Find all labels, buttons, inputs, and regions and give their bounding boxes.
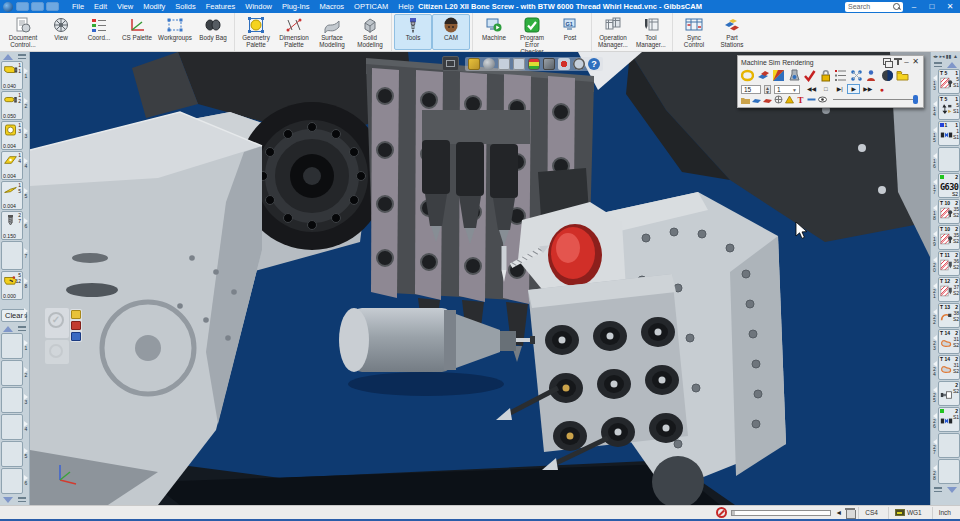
tool-slot-tab[interactable]: 6 — [23, 211, 29, 240]
lock-spindles-icon[interactable] — [819, 69, 832, 82]
utility-sl-tab[interactable]: 5 — [23, 441, 29, 467]
pin-icon[interactable] — [893, 58, 902, 66]
utility-slot-empty[interactable] — [1, 333, 23, 359]
utility-slot-empty[interactable] — [1, 414, 23, 440]
tool-slot-1[interactable]: 110.040 — [1, 61, 23, 90]
collapse-handle-icon[interactable] — [18, 497, 26, 502]
display-style-icon[interactable] — [483, 58, 495, 70]
operation-slot-26[interactable]: 2S1 — [938, 407, 960, 432]
float-window-icon[interactable] — [882, 58, 891, 66]
toolbar-document-control-button[interactable]: Document Control... — [4, 14, 42, 50]
menu-plugins[interactable]: Plug-Ins — [277, 0, 315, 13]
tool-slot-tab[interactable]: 8 — [23, 271, 29, 300]
operation-slot-empty[interactable] — [938, 147, 960, 172]
collapse-handle-icon[interactable] — [934, 62, 942, 67]
tool-slot-empty[interactable] — [1, 241, 23, 270]
op-sequence-icon[interactable] — [834, 69, 847, 82]
tool-slot-tab[interactable]: 2 — [23, 91, 29, 120]
operation-slot-23[interactable]: T 14231S2 — [938, 329, 960, 354]
menu-features[interactable]: Features — [201, 0, 241, 13]
menu-opticam[interactable]: OPTICAM — [349, 0, 393, 13]
operation-slot-18[interactable]: T 10235S2 — [938, 199, 960, 224]
toolbar-solid-modeling-button[interactable]: Solid Modeling — [351, 14, 389, 50]
scroll-up-icon[interactable] — [947, 62, 957, 68]
open-folder-icon[interactable] — [896, 69, 909, 82]
toolbar-geometry-palette-button[interactable]: Geometry Palette — [237, 14, 275, 50]
part-red-icon[interactable] — [71, 321, 81, 330]
sim-stream-select[interactable]: 1▼ — [774, 85, 800, 94]
tool-slot-3[interactable]: 130.004 — [1, 121, 23, 150]
operation-tab[interactable]: 15 — [931, 121, 938, 146]
radius-ring-icon[interactable] — [49, 344, 63, 358]
units-indicator[interactable]: Inch — [932, 507, 957, 519]
toolbar-workgroups-button[interactable]: Workgroups — [156, 14, 194, 50]
stop-button[interactable]: □ — [819, 84, 832, 94]
status-lights-icon[interactable] — [528, 58, 540, 70]
toolbar-coord-button[interactable]: Coord... — [80, 14, 118, 50]
tool-slot-2[interactable]: 120.050 — [1, 91, 23, 120]
minimize-button[interactable]: – — [907, 0, 921, 13]
save-stock-icon[interactable] — [741, 95, 750, 104]
save-button[interactable] — [16, 2, 29, 11]
insert-marker-icon[interactable]: ◄ — [835, 508, 842, 518]
cs-indicator[interactable]: CS4 — [858, 507, 884, 519]
tool-display-icon[interactable] — [881, 69, 894, 82]
fixtures-toggle-icon[interactable] — [513, 58, 525, 70]
go-to-start-button[interactable]: ◀◀ — [805, 84, 818, 94]
operation-tab[interactable]: 24 — [931, 355, 938, 380]
sim-minimize-button[interactable]: – — [902, 58, 911, 66]
sim-speed-input[interactable]: 15 — [741, 85, 761, 94]
operation-tab[interactable]: 21 — [931, 277, 938, 302]
render-mode-icon[interactable] — [741, 69, 754, 82]
operation-tab[interactable]: 22 — [931, 303, 938, 328]
operation-slot-15[interactable]: T 111S1 — [938, 121, 960, 146]
record-button[interactable]: ● — [875, 84, 888, 94]
toolbar-view-button[interactable]: View — [42, 14, 80, 50]
operation-slot-24[interactable]: T 14231S2 — [938, 355, 960, 380]
toolbar-part-stations-button[interactable]: Part Stations — [713, 14, 751, 50]
menu-help[interactable]: Help — [393, 0, 418, 13]
operation-slot-20[interactable]: T 11236S2 — [938, 251, 960, 276]
scroll-up-icon[interactable] — [3, 326, 13, 332]
scroll-up-icon[interactable] — [3, 54, 13, 60]
tool-slot-tab[interactable]: 7 — [23, 241, 29, 270]
undo-button[interactable] — [31, 2, 44, 11]
text-labels-icon[interactable]: T — [796, 95, 805, 104]
scroll-down-icon[interactable] — [3, 497, 13, 503]
display-colors-icon[interactable] — [772, 69, 785, 82]
stock-toggle-icon[interactable] — [498, 58, 510, 70]
operation-tab[interactable]: 27 — [931, 433, 938, 458]
menu-solids[interactable]: Solids — [170, 0, 200, 13]
operation-tab[interactable]: 28 — [931, 459, 938, 484]
stock-compare-icon[interactable] — [774, 95, 783, 104]
machine-sim-viewport[interactable]: ? ✓ — [30, 52, 930, 505]
operation-slot-empty[interactable] — [938, 433, 960, 458]
part-blue-icon[interactable] — [752, 95, 761, 104]
menu-modify[interactable]: Modify — [138, 0, 170, 13]
axes-triangle-icon[interactable] — [785, 95, 794, 104]
sim-speed-spinner[interactable]: ▲▼ — [764, 85, 771, 94]
zoom-tool-icon[interactable] — [573, 58, 585, 70]
close-button[interactable]: ✕ — [943, 0, 957, 13]
collapse-handle-icon[interactable] — [18, 326, 26, 331]
dock-left-icon[interactable]: ◂▸ — [933, 52, 938, 60]
machine-parts-icon[interactable] — [543, 58, 555, 70]
operation-tab[interactable]: 18 — [931, 199, 938, 224]
toolbar-surface-modeling-button[interactable]: Surface Modeling — [313, 14, 351, 50]
operation-slot-19[interactable]: T 10235S2 — [938, 225, 960, 250]
confirm-check-icon[interactable]: ✓ — [48, 312, 64, 328]
toolbar-sync-control-button[interactable]: Sync Control — [675, 14, 713, 50]
utility-slot-empty[interactable] — [1, 441, 23, 467]
workgroup-indicator[interactable]: WG1 — [888, 507, 928, 519]
operation-slot-empty[interactable] — [938, 459, 960, 484]
tool-slot-tab[interactable]: 5 — [23, 181, 29, 210]
toolbar-cam-button[interactable]: CAM — [432, 14, 470, 50]
coolant-icon[interactable] — [788, 69, 801, 82]
toolbar-post-button[interactable]: G1Post — [551, 14, 589, 50]
dock-panes-icon[interactable]: ▮▮ — [946, 52, 952, 60]
search-icon[interactable] — [893, 3, 900, 10]
operation-tab[interactable]: 19 — [931, 225, 938, 250]
operation-slot-13[interactable]: T 515S1 — [938, 69, 960, 94]
tool-slot-tab[interactable]: 4 — [23, 151, 29, 180]
operation-slot-14[interactable]: T 515S1 — [938, 95, 960, 120]
